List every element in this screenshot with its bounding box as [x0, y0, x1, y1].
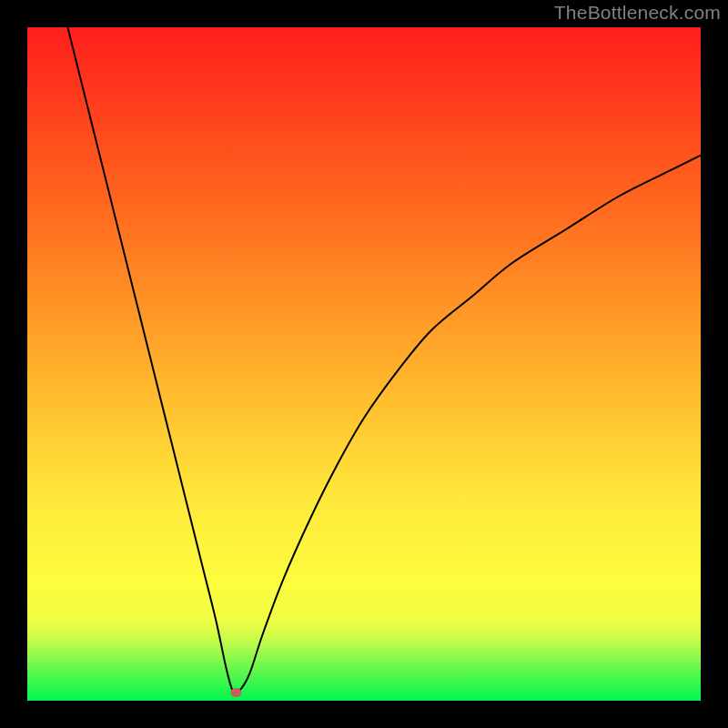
chart-stage: TheBottleneck.com	[0, 0, 728, 728]
svg-rect-0	[27, 27, 701, 701]
background-gradient	[27, 27, 701, 701]
plot-area	[27, 27, 701, 701]
watermark-text: TheBottleneck.com	[554, 2, 721, 24]
